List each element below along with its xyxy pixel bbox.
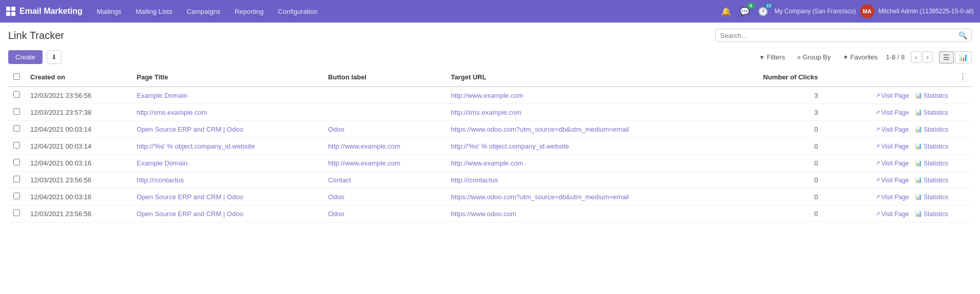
row-checkbox-cell <box>8 155 25 172</box>
activity-button[interactable]: 🕐 22 <box>756 5 770 18</box>
row-checkbox-5[interactable] <box>13 176 20 182</box>
download-button[interactable]: ⬇ <box>47 50 62 64</box>
row-created-on: 12/04/2021 00:03:16 <box>25 188 132 205</box>
table-row: 12/03/2021 23:56:56 Open Source ERP and … <box>8 205 972 222</box>
row-button-label[interactable]: http://www.example.com <box>323 138 446 155</box>
row-options <box>953 87 972 104</box>
row-target-url[interactable]: https://www.odoo.com?utm_source=db&utm_m… <box>446 188 726 205</box>
page-title: Link Tracker <box>8 30 64 41</box>
statistics-link[interactable]: 📊 Statistics <box>915 126 948 133</box>
next-page-button[interactable]: › <box>923 51 933 63</box>
chat-badge: 6 <box>747 3 755 9</box>
row-target-url[interactable]: http://sms.example.com <box>446 104 726 121</box>
row-checkbox-0[interactable] <box>13 91 20 98</box>
bell-button[interactable]: 🔔 <box>719 5 733 18</box>
row-button-label[interactable]: http://www.example.com <box>323 155 446 172</box>
select-all-checkbox[interactable] <box>13 73 20 80</box>
row-checkbox-1[interactable] <box>13 108 20 115</box>
statistics-link[interactable]: 📊 Statistics <box>915 160 948 167</box>
row-page-title[interactable]: Example Domain <box>132 87 323 104</box>
visit-page-link[interactable]: ↗ Visit Page <box>875 194 909 201</box>
create-button[interactable]: Create <box>8 50 43 64</box>
chat-button[interactable]: 💬 6 <box>737 5 752 18</box>
row-checkbox-2[interactable] <box>13 125 20 132</box>
nav-item-configuration[interactable]: Configuration <box>272 5 324 18</box>
statistics-link[interactable]: 📊 Statistics <box>915 109 948 116</box>
row-button-label[interactable]: Odoo <box>323 205 446 222</box>
nav-item-reporting[interactable]: Reporting <box>229 5 270 18</box>
visit-page-link[interactable]: ↗ Visit Page <box>875 109 909 116</box>
row-options <box>953 121 972 138</box>
statistics-link[interactable]: 📊 Statistics <box>915 211 948 218</box>
nav-item-mailings[interactable]: Mailings <box>91 5 128 18</box>
statistics-link[interactable]: 📊 Statistics <box>915 92 948 99</box>
row-clicks: 0 <box>726 138 823 155</box>
row-page-title[interactable]: http://'%s' % object.company_id.website <box>132 138 323 155</box>
row-target-url[interactable]: http://www.example.com <box>446 87 726 104</box>
visit-page-link[interactable]: ↗ Visit Page <box>875 177 909 184</box>
avatar[interactable]: MA <box>860 4 874 18</box>
groupby-button[interactable]: ≡ Group By <box>795 51 833 63</box>
row-page-title[interactable]: Open Source ERP and CRM | Odoo <box>132 121 323 138</box>
nav-item-mailing-lists[interactable]: Mailing Lists <box>129 5 178 18</box>
prev-page-button[interactable]: ‹ <box>911 51 921 63</box>
visit-page-link[interactable]: ↗ Visit Page <box>875 92 909 99</box>
external-link-icon: ↗ <box>875 126 880 133</box>
row-created-on: 12/03/2021 23:56:56 <box>25 172 132 188</box>
row-page-title[interactable]: Open Source ERP and CRM | Odoo <box>132 188 323 205</box>
row-checkbox-3[interactable] <box>13 142 20 149</box>
col-button-label[interactable]: Button label <box>323 68 446 87</box>
bar-chart-icon: 📊 <box>915 177 922 183</box>
nav-item-campaigns[interactable]: Campaigns <box>181 5 227 18</box>
col-clicks[interactable]: Number of Clicks <box>726 68 823 87</box>
col-target-url[interactable]: Target URL <box>446 68 726 87</box>
row-target-url[interactable]: http://'%s' % object.company_id.website <box>446 138 726 155</box>
row-button-label <box>323 104 446 121</box>
row-target-url[interactable]: http:///contactus <box>446 172 726 188</box>
row-checkbox-6[interactable] <box>13 193 20 199</box>
row-page-title[interactable]: http:///contactus <box>132 172 323 188</box>
filters-label: Filters <box>767 53 785 61</box>
row-page-title[interactable]: Open Source ERP and CRM | Odoo <box>132 205 323 222</box>
filters-button[interactable]: ▼ Filters <box>757 51 787 63</box>
row-button-label[interactable]: Odoo <box>323 121 446 138</box>
select-all-header <box>8 68 25 87</box>
row-target-url[interactable]: http://www.example.com <box>446 155 726 172</box>
row-created-on: 12/03/2021 23:56:56 <box>25 87 132 104</box>
visit-page-link[interactable]: ↗ Visit Page <box>875 160 909 167</box>
visit-page-link[interactable]: ↗ Visit Page <box>875 143 909 150</box>
external-link-icon: ↗ <box>875 211 880 217</box>
graph-view-button[interactable]: 📊 <box>955 51 972 64</box>
favorites-button[interactable]: ★ Favorites <box>841 51 879 63</box>
app-logo[interactable]: Email Marketing <box>6 7 83 16</box>
list-view-button[interactable]: ☰ <box>939 51 954 64</box>
col-page-title[interactable]: Page Title <box>132 68 323 87</box>
row-target-url[interactable]: https://www.odoo.com?utm_source=db&utm_m… <box>446 121 726 138</box>
row-options <box>953 172 972 188</box>
statistics-link[interactable]: 📊 Statistics <box>915 143 948 150</box>
row-created-on: 12/04/2021 00:03:14 <box>25 138 132 155</box>
groupby-icon: ≡ <box>797 54 801 60</box>
row-target-url[interactable]: https://www.odoo.com <box>446 205 726 222</box>
row-page-title[interactable]: Example Domain <box>132 155 323 172</box>
row-page-title[interactable]: http://sms.example.com <box>132 104 323 121</box>
search-input[interactable] <box>720 32 958 39</box>
statistics-link[interactable]: 📊 Statistics <box>915 194 948 201</box>
external-link-icon: ↗ <box>875 109 880 116</box>
search-icon[interactable]: 🔍 <box>958 31 967 39</box>
statistics-link[interactable]: 📊 Statistics <box>915 177 948 184</box>
visit-page-link[interactable]: ↗ Visit Page <box>875 211 909 218</box>
activity-badge: 22 <box>764 3 773 9</box>
row-checkbox-cell <box>8 172 25 188</box>
bar-chart-icon: 📊 <box>915 109 922 116</box>
row-checkbox-4[interactable] <box>13 159 20 165</box>
col-created-on[interactable]: Created on <box>25 68 132 87</box>
visit-page-link[interactable]: ↗ Visit Page <box>875 126 909 133</box>
row-clicks: 0 <box>726 155 823 172</box>
row-button-label[interactable]: Contact <box>323 172 446 188</box>
row-checkbox-cell <box>8 87 25 104</box>
row-checkbox-7[interactable] <box>13 209 20 216</box>
row-clicks: 0 <box>726 188 823 205</box>
row-button-label[interactable]: Odoo <box>323 188 446 205</box>
row-actions: ↗ Visit Page 📊 Statistics <box>823 121 953 138</box>
